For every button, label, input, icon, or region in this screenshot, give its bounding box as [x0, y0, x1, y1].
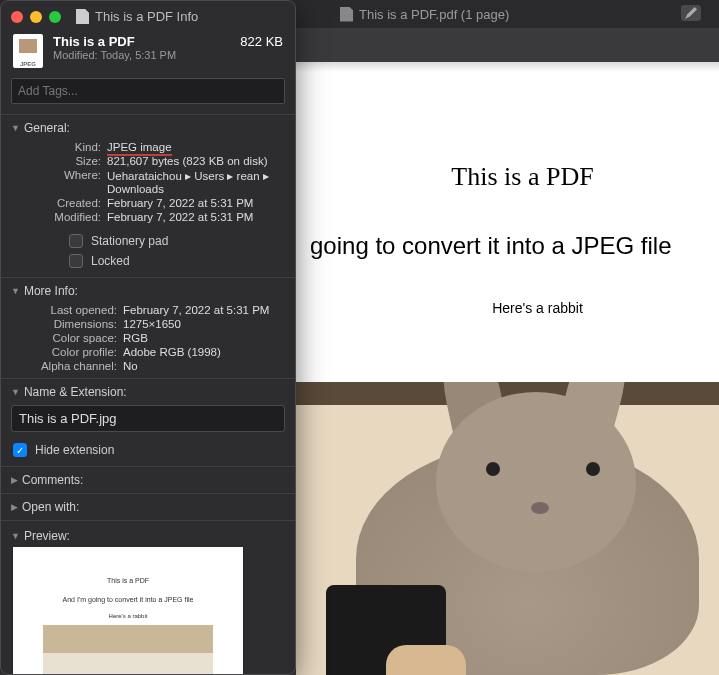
checkbox-icon — [69, 254, 83, 268]
colorspace-label: Color space: — [13, 332, 117, 344]
disclosure-triangle-icon — [11, 502, 18, 512]
tags-input[interactable] — [11, 78, 285, 104]
nameext-section-header[interactable]: Name & Extension: — [11, 385, 285, 399]
lastopened-label: Last opened: — [13, 304, 117, 316]
get-info-panel: This is a PDF Info JPEG This is a PDF Mo… — [0, 0, 296, 675]
file-icon — [76, 9, 89, 24]
window-controls: This is a PDF Info — [1, 1, 295, 24]
annotate-button[interactable] — [681, 5, 701, 21]
tab-label: This is a PDF.pdf (1 page) — [359, 7, 509, 22]
stationery-checkbox-row[interactable]: Stationery pad — [11, 231, 285, 251]
dimensions-value: 1275×1650 — [123, 318, 285, 330]
created-label: Created: — [13, 197, 101, 209]
file-thumbnail: JPEG — [13, 34, 43, 68]
locked-checkbox-row[interactable]: Locked — [11, 251, 285, 271]
created-value: February 7, 2022 at 5:31 PM — [107, 197, 285, 209]
moreinfo-section-header[interactable]: More Info: — [11, 284, 285, 298]
modified-label: Modified: — [13, 211, 101, 223]
checkbox-checked-icon: ✓ — [13, 443, 27, 457]
size-value: 821,607 bytes (823 KB on disk) — [107, 155, 285, 167]
comments-section-header[interactable]: Comments: — [11, 473, 285, 487]
alpha-value: No — [123, 360, 285, 372]
where-label: Where: — [13, 169, 101, 195]
close-button[interactable] — [11, 11, 23, 23]
dimensions-label: Dimensions: — [13, 318, 117, 330]
zoom-button[interactable] — [49, 11, 61, 23]
filename-input[interactable] — [11, 405, 285, 432]
lastopened-value: February 7, 2022 at 5:31 PM — [123, 304, 285, 316]
minimize-button[interactable] — [30, 11, 42, 23]
colorprofile-value: Adobe RGB (1998) — [123, 346, 285, 358]
checkbox-icon — [69, 234, 83, 248]
file-name: This is a PDF — [53, 34, 230, 49]
document-tab[interactable]: This is a PDF.pdf (1 page) — [340, 7, 509, 22]
disclosure-triangle-icon — [11, 475, 18, 485]
preview-section-header[interactable]: Preview: — [11, 529, 285, 543]
general-section-header[interactable]: General: — [11, 121, 285, 135]
document-view: This is a PDF going to convert it into a… — [296, 62, 719, 675]
info-window-title: This is a PDF Info — [95, 9, 198, 24]
doc-subtitle: going to convert it into a JPEG file — [310, 232, 705, 260]
doc-caption: Here's a rabbit — [370, 300, 705, 316]
openwith-section-header[interactable]: Open with: — [11, 500, 285, 514]
kind-value: JPEG image — [107, 141, 285, 153]
document-icon — [340, 7, 353, 22]
disclosure-triangle-icon — [11, 286, 20, 296]
colorspace-value: RGB — [123, 332, 285, 344]
where-value: Ueharataichou ▸ Users ▸ rean ▸ Downloads — [107, 169, 285, 195]
disclosure-triangle-icon — [11, 387, 20, 397]
disclosure-triangle-icon — [11, 531, 20, 541]
disclosure-triangle-icon — [11, 123, 20, 133]
size-label: Size: — [13, 155, 101, 167]
hide-extension-checkbox-row[interactable]: ✓ Hide extension — [11, 440, 285, 460]
doc-title: This is a PDF — [340, 162, 705, 192]
preview-thumbnail: This is a PDF And I'm going to convert i… — [13, 547, 243, 675]
modified-value: February 7, 2022 at 5:31 PM — [107, 211, 285, 223]
file-modified: Modified: Today, 5:31 PM — [53, 49, 230, 61]
pencil-icon — [685, 7, 697, 19]
doc-image — [296, 382, 719, 675]
alpha-label: Alpha channel: — [13, 360, 117, 372]
colorprofile-label: Color profile: — [13, 346, 117, 358]
file-size: 822 KB — [240, 34, 283, 49]
kind-label: Kind: — [13, 141, 101, 153]
